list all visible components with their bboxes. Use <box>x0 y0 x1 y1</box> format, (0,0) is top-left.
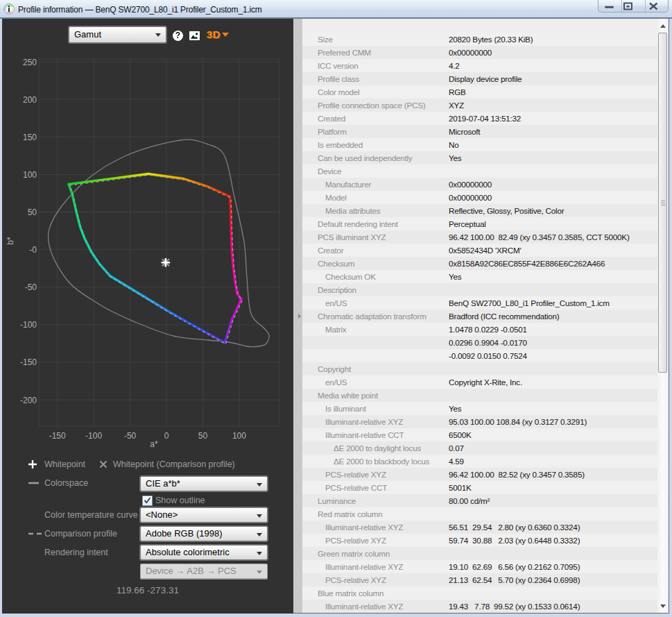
svg-text:a*: a* <box>150 439 158 449</box>
svg-text:100: 100 <box>232 431 246 441</box>
svg-text:-50: -50 <box>124 431 137 441</box>
svg-text:50: 50 <box>28 208 37 217</box>
svg-text:50: 50 <box>198 431 208 441</box>
svg-text:-150: -150 <box>20 357 37 367</box>
svg-text:250: 250 <box>23 58 37 67</box>
svg-text:-200: -200 <box>20 396 37 405</box>
svg-text:100: 100 <box>23 170 37 180</box>
svg-text:b*: b* <box>6 237 15 245</box>
svg-text:-50: -50 <box>25 282 37 292</box>
svg-text:-100: -100 <box>85 431 102 441</box>
svg-text:0: 0 <box>164 431 169 441</box>
svg-text:-0: -0 <box>29 245 37 255</box>
svg-text:-100: -100 <box>20 320 37 330</box>
svg-text:150: 150 <box>23 133 37 142</box>
svg-text:-150: -150 <box>49 431 66 441</box>
svg-text:200: 200 <box>23 95 37 105</box>
